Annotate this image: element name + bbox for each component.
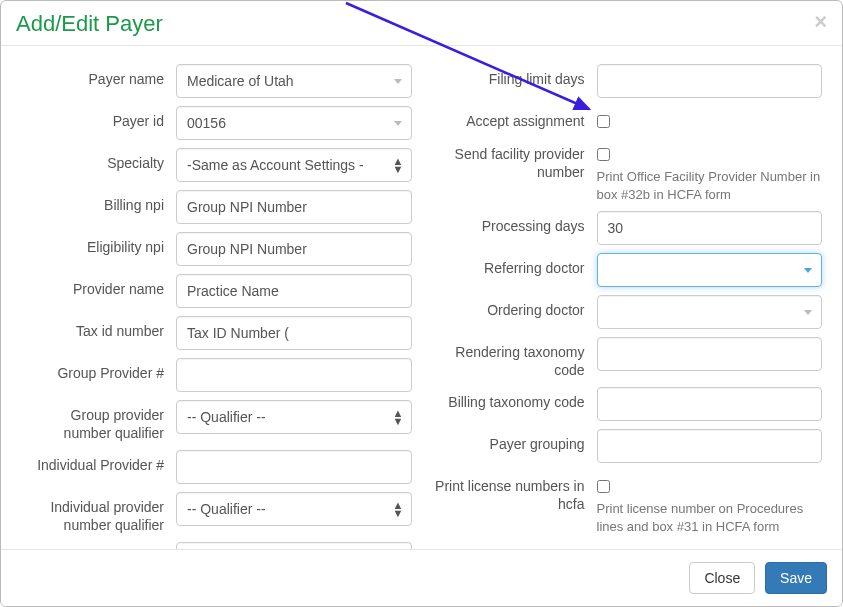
group-provider-label: Group Provider # (21, 358, 176, 383)
accept-assignment-checkbox[interactable] (597, 115, 610, 128)
rendering-taxonomy-label: Rendering taxonomy code (432, 337, 597, 379)
tax-id-input[interactable] (176, 316, 412, 350)
group-provider-qual-select[interactable] (176, 400, 412, 434)
group-provider-qual-label: Group provider number qualifier (21, 400, 176, 442)
payer-grouping-input[interactable] (597, 429, 823, 463)
payer-id-input[interactable] (176, 106, 412, 140)
provider-name-input[interactable] (176, 274, 412, 308)
close-button[interactable]: Close (689, 562, 755, 594)
rendering-taxonomy-input[interactable] (597, 337, 823, 371)
processing-days-input[interactable] (597, 211, 823, 245)
ordering-doctor-input[interactable] (597, 295, 823, 329)
specialty-label: Specialty (21, 148, 176, 173)
referring-doctor-label: Referring doctor (432, 253, 597, 278)
filing-limit-label: Filing limit days (432, 64, 597, 89)
modal-title: Add/Edit Payer (16, 11, 163, 37)
accept-assignment-label: Accept assignment (432, 106, 597, 131)
print-license-label: Print license numbers in hcfa (432, 471, 597, 513)
individual-provider-label: Individual Provider # (21, 450, 176, 475)
individual-provider-input[interactable] (176, 450, 412, 484)
provider-name-label: Provider name (21, 274, 176, 299)
save-button[interactable]: Save (765, 562, 827, 594)
individual-provider-qual-label: Individual provider number qualifier (21, 492, 176, 534)
payer-name-label: Payer name (21, 64, 176, 89)
payer-grouping-label: Payer grouping (432, 429, 597, 454)
tax-id-label: Tax id number (21, 316, 176, 341)
ordering-doctor-label: Ordering doctor (432, 295, 597, 320)
billing-npi-input[interactable] (176, 190, 412, 224)
referring-doctor-input[interactable] (597, 253, 823, 287)
eligibility-npi-label: Eligibility npi (21, 232, 176, 257)
eligibility-npi-input[interactable] (176, 232, 412, 266)
send-facility-checkbox[interactable] (597, 148, 610, 161)
billing-taxonomy-input[interactable] (597, 387, 823, 421)
payer-id-label: Payer id (21, 106, 176, 131)
billing-npi-label: Billing npi (21, 190, 176, 215)
group-provider-input[interactable] (176, 358, 412, 392)
specialty-select[interactable] (176, 148, 412, 182)
filing-limit-input[interactable] (597, 64, 823, 98)
send-facility-helper: Print Office Facility Provider Number in… (597, 168, 823, 203)
print-license-checkbox[interactable] (597, 480, 610, 493)
processing-days-label: Processing days (432, 211, 597, 236)
print-license-helper: Print license number on Procedures lines… (597, 500, 823, 535)
billing-taxonomy-label: Billing taxonomy code (432, 387, 597, 412)
individual-provider-qual-select[interactable] (176, 492, 412, 526)
close-icon[interactable]: × (814, 11, 827, 33)
send-facility-label: Send facility provider number (432, 139, 597, 181)
payer-name-input[interactable] (176, 64, 412, 98)
